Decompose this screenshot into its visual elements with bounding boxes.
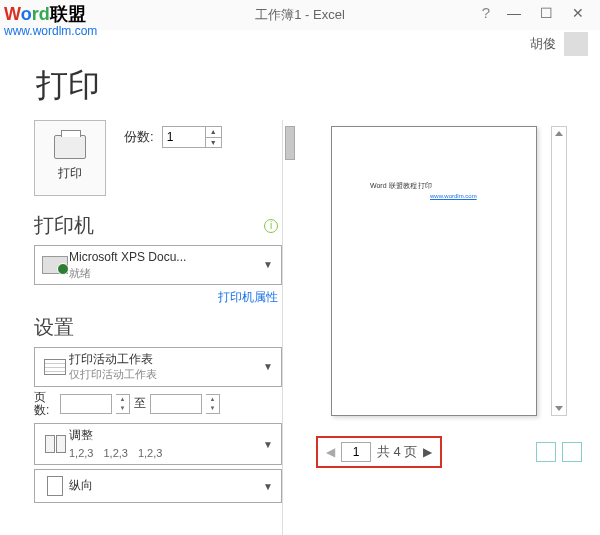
copies-down[interactable]: ▼ bbox=[206, 138, 221, 148]
page-title: 打印 bbox=[36, 64, 600, 108]
worksheet-icon bbox=[44, 359, 66, 375]
prev-page-button[interactable]: ◀ bbox=[326, 445, 335, 459]
print-preview-page: Word 联盟教程 打印 www.wordlm.com bbox=[331, 126, 537, 416]
zoom-to-page-button[interactable] bbox=[562, 442, 582, 462]
site-watermark: Word联盟 www.wordlm.com bbox=[4, 2, 97, 38]
pages-to-input[interactable] bbox=[150, 394, 202, 414]
chevron-down-icon: ▼ bbox=[261, 439, 275, 450]
current-page-input[interactable] bbox=[341, 442, 371, 462]
print-what-dropdown[interactable]: 打印活动工作表 仅打印活动工作表 ▼ bbox=[34, 347, 282, 387]
printer-device-icon bbox=[42, 256, 68, 274]
window-title: 工作簿1 - Excel bbox=[255, 6, 345, 24]
minimize-button[interactable]: — bbox=[500, 4, 528, 22]
orientation-dropdown[interactable]: 纵向 ▼ bbox=[34, 469, 282, 503]
collate-dropdown[interactable]: 调整 1,2,3 1,2,3 1,2,3 ▼ bbox=[34, 423, 282, 465]
printer-section-header: 打印机 i bbox=[34, 212, 282, 239]
collate-icon bbox=[45, 435, 66, 453]
chevron-down-icon: ▼ bbox=[261, 259, 275, 270]
chevron-down-icon: ▼ bbox=[261, 481, 275, 492]
settings-section-header: 设置 bbox=[34, 314, 282, 341]
maximize-button[interactable]: ☐ bbox=[532, 4, 560, 22]
printer-dropdown[interactable]: Microsoft XPS Docu... 就绪 ▼ bbox=[34, 245, 282, 285]
page-nav-highlight: ◀ 共 4 页 ▶ bbox=[316, 436, 442, 468]
copies-up[interactable]: ▲ bbox=[206, 127, 221, 138]
chevron-down-icon: ▼ bbox=[261, 361, 275, 372]
copies-input[interactable] bbox=[163, 127, 205, 147]
help-icon[interactable]: ? bbox=[482, 4, 490, 21]
total-pages-label: 共 4 页 bbox=[377, 443, 417, 461]
preview-scrollbar[interactable] bbox=[551, 126, 567, 416]
copies-spinner[interactable]: ▲ ▼ bbox=[162, 126, 222, 148]
print-button[interactable]: 打印 bbox=[34, 120, 106, 196]
copies-label: 份数: bbox=[124, 128, 154, 146]
pages-from-input[interactable] bbox=[60, 394, 112, 414]
user-name[interactable]: 胡俊 bbox=[530, 35, 556, 53]
info-icon[interactable]: i bbox=[264, 219, 278, 233]
next-page-button[interactable]: ▶ bbox=[423, 445, 432, 459]
close-button[interactable]: ✕ bbox=[564, 4, 592, 22]
printer-properties-link[interactable]: 打印机属性 bbox=[218, 290, 278, 304]
settings-scrollbar[interactable] bbox=[282, 120, 298, 535]
show-margins-button[interactable] bbox=[536, 442, 556, 462]
printer-icon bbox=[54, 135, 86, 159]
avatar[interactable] bbox=[564, 32, 588, 56]
portrait-icon bbox=[47, 476, 63, 496]
pages-label: 页数: bbox=[34, 391, 56, 417]
